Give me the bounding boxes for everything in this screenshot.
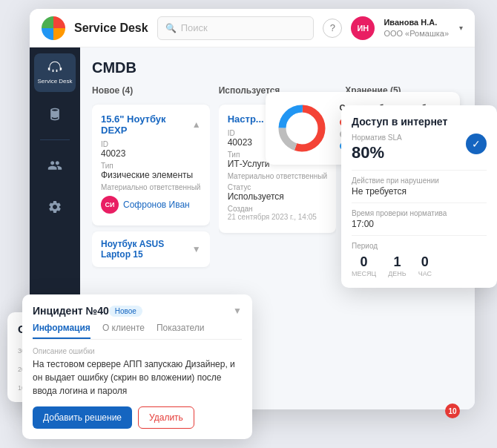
sla-divider-1 [352, 170, 487, 171]
period-month-val: 0 [352, 254, 376, 270]
ci-type-label: Тип [101, 162, 201, 170]
sla-period-label: Период [352, 242, 487, 250]
sla-norm-value: 80% [352, 143, 402, 162]
cmdb-title: CMDB [92, 59, 463, 76]
ci-owner-label: Материально ответственный [101, 183, 201, 191]
ci-expand-icon: ▲ [192, 119, 201, 130]
incident-description: На тестовом сервере АПП запускаю Дизайне… [33, 358, 242, 398]
search-icon: 🔍 [165, 23, 177, 33]
sidebar-separator [40, 139, 70, 140]
ci-id-value: 40023 [101, 148, 201, 159]
sla-norm-row: Норматив SLA 80% ✓ [352, 134, 487, 162]
tab-indicators[interactable]: Показатели [157, 323, 205, 339]
sidebar-item-settings[interactable] [34, 188, 76, 226]
period-hour-val: 0 [418, 254, 432, 270]
sidebar-item-users[interactable] [34, 146, 76, 185]
database-icon [47, 107, 62, 122]
sla-violation-label: Действие при нарушении [352, 177, 487, 185]
incident-tabs: Информация О клиенте Показатели [33, 323, 242, 340]
sidebar-label-servicedesk: Service Desk [37, 78, 72, 85]
ci-nastr-status-label: Статус [228, 183, 328, 191]
sidebar-item-servicedesk[interactable]: Service Desk [34, 53, 76, 92]
period-hour: 0 ЧАС [418, 254, 432, 277]
sla-norm-label: Норматив SLA [352, 134, 402, 142]
user-company: ООО «Ромашка» [384, 28, 449, 39]
incident-card: Инцидент №40 Новое ▼ Информация О клиент… [22, 294, 252, 439]
ci-nastr-owner-field: Материально ответственный [228, 172, 328, 180]
app-title: Service Desk [74, 22, 148, 35]
search-placeholder: Поиск [181, 22, 208, 33]
cmdb-col-header-new: Новое (4) [92, 85, 210, 96]
ci-nastr-owner-label: Материально ответственный [228, 172, 328, 180]
sla-title: Доступ в интернет [352, 116, 487, 128]
sla-divider-3 [352, 235, 487, 236]
sla-popup: Доступ в интернет Норматив SLA 80% ✓ Дей… [341, 105, 497, 288]
ci-nastr-created-value: 21 сентября 2023 г., 14:05 [228, 213, 328, 221]
user-info: Иванова Н.А. ООО «Ромашка» [384, 17, 449, 39]
ci-type-value: Физические элементы [101, 170, 201, 180]
incident-actions: Добавить решение Удалить [33, 406, 242, 429]
sla-time-value: 17:00 [352, 219, 487, 229]
search-bar[interactable]: 🔍 Поиск [157, 16, 315, 40]
tab-information[interactable]: Информация [33, 323, 90, 339]
donut-chart-svg [276, 102, 328, 154]
header-right: ? ИН Иванова Н.А. ООО «Ромашка» ▾ [323, 16, 463, 40]
period-day-unit: ДЕНЬ [388, 270, 407, 277]
period-row: 0 МЕСЯЦ 1 ДЕНЬ 0 ЧАС [352, 254, 487, 277]
headset-icon [47, 61, 62, 76]
owner-avatar: СИ [101, 196, 119, 214]
period-month: 0 МЕСЯЦ [352, 254, 376, 277]
ci-owner: СИ Софронов Иван [101, 196, 201, 214]
period-day-val: 1 [388, 254, 407, 270]
owner-name: Софронов Иван [123, 200, 190, 210]
users-icon [47, 158, 62, 173]
sla-divider-2 [352, 202, 487, 203]
ci-field-type: Тип Физические элементы [101, 162, 201, 180]
delete-button[interactable]: Удалить [138, 406, 194, 429]
sla-check-icon: ✓ [466, 134, 487, 154]
incident-chevron-icon: ▼ [233, 306, 242, 316]
scene: Service Desk 🔍 Поиск ? ИН Иванова Н.А. О… [7, 9, 490, 439]
ci-field-id: ID 40023 [101, 140, 201, 159]
ci-nastr-name: Настр... [228, 113, 264, 125]
sla-violation-value: Не требуется [352, 186, 487, 197]
laptop-asus-name: Ноутбук ASUS Laptop 15 [101, 239, 192, 260]
sidebar-item-cmdb[interactable] [34, 95, 76, 134]
notification-badge: 10 [445, 403, 460, 418]
ci-nastr-created-field: Создан 21 сентября 2023 г., 14:05 [228, 205, 328, 221]
ci-nastr-status-value: Используется [228, 191, 328, 202]
incident-section-label: Описание ошибки [33, 347, 242, 355]
incident-badge: Новое [109, 306, 142, 317]
chevron-down-icon: ▾ [459, 24, 463, 32]
ci-card-header: 15.6" Ноутбук DEXP ▲ [101, 113, 201, 136]
ci-nastr-status-field: Статус Используется [228, 183, 328, 202]
ci-name: 15.6" Ноутбук DEXP [101, 113, 192, 136]
tab-client[interactable]: О клиенте [102, 323, 145, 339]
app-header: Service Desk 🔍 Поиск ? ИН Иванова Н.А. О… [30, 9, 475, 47]
incident-header: Инцидент №40 Новое ▼ [33, 305, 242, 317]
sla-time-label: Время проверки норматива [352, 209, 487, 217]
sla-norm-group: Норматив SLA 80% [352, 134, 402, 162]
laptop-item-asus[interactable]: Ноутбук ASUS Laptop 15 ▼ [92, 231, 210, 267]
app-logo [42, 16, 65, 40]
ci-nastr-created-label: Создан [228, 205, 328, 213]
user-name: Иванова Н.А. [384, 17, 449, 27]
ci-field-owner: Материально ответственный СИ Софронов Ив… [101, 183, 201, 214]
period-hour-unit: ЧАС [418, 270, 432, 277]
gear-icon [47, 200, 62, 214]
add-solution-button[interactable]: Добавить решение [33, 406, 132, 429]
laptop-chevron-icon: ▼ [192, 244, 201, 254]
ci-id-label: ID [101, 140, 201, 148]
incident-title: Инцидент №40 [33, 305, 109, 317]
period-month-unit: МЕСЯЦ [352, 270, 376, 277]
period-day: 1 ДЕНЬ [388, 254, 407, 277]
help-button[interactable]: ? [323, 19, 342, 38]
user-avatar: ИН [351, 16, 375, 40]
ci-card-laptop-dexp[interactable]: 15.6" Ноутбук DEXP ▲ ID 40023 Тип Физиче… [92, 105, 210, 225]
